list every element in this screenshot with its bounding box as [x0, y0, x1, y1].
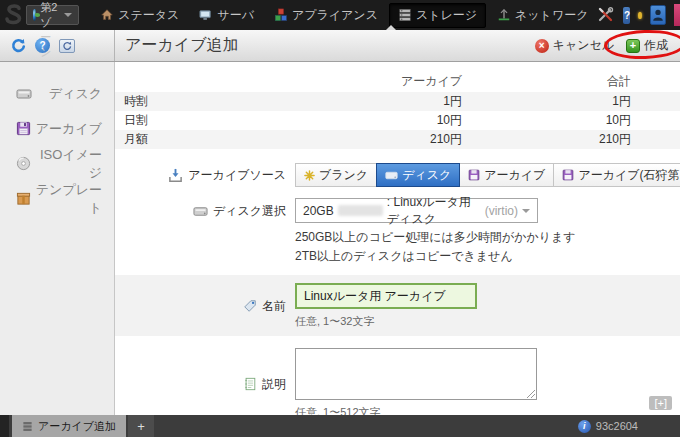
account-avatar-button[interactable] — [650, 5, 666, 25]
import-icon — [168, 168, 183, 183]
source-option-archive-zone1[interactable]: アーカイブ(石狩第1ゾーン) — [553, 163, 680, 187]
nav-label: ストレージ — [416, 7, 477, 24]
form-row-description: 説明 任意, 1〜512文字 — [115, 348, 680, 415]
pricing-col-total: 合計 — [462, 73, 631, 90]
floppy-icon — [16, 121, 31, 136]
source-option-blank[interactable]: ブランク — [295, 163, 377, 187]
name-help: 任意, 1〜32文字 — [295, 314, 477, 329]
create-button[interactable]: + 作成 — [626, 37, 668, 54]
version-text: 93c2604 — [596, 420, 638, 432]
globe-icon — [33, 9, 36, 21]
pricing-row-hourly: 時割 1円 1円 — [115, 92, 680, 111]
sidebar-label: アーカイブ — [31, 120, 102, 138]
tools-icon — [597, 7, 615, 23]
help-glyph: ? — [624, 10, 630, 21]
nav-label: ステータス — [118, 7, 179, 24]
top-nav-bar: 石狩第2ゾーン ステータス サーバ — [0, 0, 680, 30]
active-nav-pointer — [386, 25, 396, 30]
refresh-icon — [10, 38, 26, 54]
expand-button[interactable]: [+] — [649, 396, 672, 410]
form-row-archive-source: アーカイブソース ブランク — [115, 163, 680, 187]
nav-item-network[interactable]: ネットワーク — [488, 3, 597, 28]
pricing-row-daily: 日割 10円 10円 — [115, 111, 680, 130]
nav-item-storage[interactable]: ストレージ — [389, 3, 486, 28]
tab-bar-edge — [0, 415, 9, 437]
tag-icon — [243, 299, 257, 313]
sidebar-item-archive[interactable]: アーカイブ — [0, 111, 114, 146]
nav-item-server[interactable]: サーバ — [190, 3, 263, 28]
storage-stack-icon — [398, 8, 412, 22]
create-label: 作成 — [644, 37, 668, 54]
nav-label: サーバ — [217, 7, 254, 24]
chevron-down-icon — [522, 209, 530, 213]
body-area: ディスク アーカイブ ISOイメージ — [0, 62, 680, 415]
floppy-icon — [562, 169, 574, 181]
sidebar-item-iso-image[interactable]: ISOイメージ — [0, 146, 114, 181]
redacted-disk-id — [338, 205, 383, 216]
disk-select-dropdown[interactable]: 20GB : Linuxルータ用ディスク (virtio) — [295, 198, 538, 223]
cancel-x-icon: × — [535, 39, 549, 53]
sidebar-label: ディスク — [32, 85, 102, 103]
disk-drive-icon — [385, 169, 398, 182]
cancel-button[interactable]: × キャンセル — [535, 37, 614, 54]
main-nav: ステータス サーバ アプライアンス — [91, 3, 597, 28]
top-nav-right: ? アカウント — [597, 4, 680, 26]
tab-archive-add[interactable]: アーカイブ追加 — [12, 415, 126, 437]
form-row-name: 名前 任意, 1〜32文字 — [115, 283, 680, 329]
sidebar-item-template[interactable]: テンプレート — [0, 181, 114, 216]
disk-select-help: 250GB以上のコピー処理には多少時間がかかります 2TB以上のディスクはコピー… — [295, 228, 575, 265]
info-icon: i — [578, 420, 591, 433]
nav-item-status[interactable]: ステータス — [91, 3, 188, 28]
secondary-toolbar: ? アーカイブ追加 × キャンセル + 作成 — [0, 30, 680, 62]
pricing-row-monthly: 月額 210円 210円 — [115, 130, 680, 149]
storage-stack-icon — [22, 421, 33, 432]
chevron-down-icon — [64, 13, 72, 17]
help-button[interactable]: ? — [623, 7, 630, 24]
page-title: アーカイブ追加 — [115, 35, 239, 56]
version-status: i 93c2604 — [578, 415, 638, 437]
note-icon — [243, 377, 257, 391]
source-option-archive[interactable]: アーカイブ — [459, 163, 554, 187]
nav-item-appliance[interactable]: アプライアンス — [265, 3, 387, 28]
cloud-s-logo-icon — [0, 3, 26, 27]
account-button[interactable]: アカウント — [674, 4, 680, 26]
disk-name-text: : Linuxルータ用ディスク — [387, 194, 481, 228]
sidebar-item-disk[interactable]: ディスク — [0, 76, 114, 111]
disk-drive-icon — [193, 204, 208, 219]
pricing-header-row: アーカイブ 合計 — [115, 70, 680, 92]
source-option-disk[interactable]: ディスク — [376, 163, 460, 187]
main-content: アーカイブ 合計 時割 1円 1円 日割 10円 10円 月額 210円 210… — [115, 62, 680, 415]
name-input[interactable] — [295, 283, 477, 309]
network-icon — [497, 8, 511, 22]
circular-arrow-icon — [62, 41, 72, 51]
pricing-table: アーカイブ 合計 時割 1円 1円 日割 10円 10円 月額 210円 210… — [115, 70, 680, 149]
cd-icon — [16, 156, 31, 171]
disk-interface-note: (virtio) — [485, 204, 518, 218]
zone-label: 石狩第2ゾーン — [40, 0, 60, 60]
archive-source-label: アーカイブソース — [115, 167, 295, 184]
refresh-button[interactable] — [10, 38, 26, 54]
disk-select-label: ディスク選択 — [115, 203, 295, 220]
create-plus-icon: + — [626, 39, 640, 53]
description-textarea[interactable] — [295, 348, 537, 400]
bottom-tab-bar: アーカイブ追加 + i 93c2604 — [0, 415, 680, 437]
zone-selector[interactable]: 石狩第2ゾーン — [26, 5, 79, 25]
home-icon — [100, 8, 114, 22]
description-help: 任意, 1〜512文字 — [295, 405, 537, 415]
appliance-blocks-icon — [274, 8, 288, 22]
archive-source-segmented-control: ブランク ディスク — [295, 163, 680, 187]
sakura-cloud-logo[interactable] — [0, 3, 26, 27]
cancel-label: キャンセル — [553, 37, 614, 54]
sidebar-label: テンプレート — [31, 181, 102, 217]
new-tab-button[interactable]: + — [128, 415, 154, 437]
auto-refresh-button[interactable] — [59, 39, 75, 53]
form-row-name-band: 名前 任意, 1〜32文字 — [115, 275, 680, 336]
disk-size-text: 20GB — [303, 204, 334, 218]
tools-button[interactable] — [597, 7, 615, 23]
notification-dot-icon — [638, 12, 642, 19]
pricing-col-archive: アーカイブ — [235, 73, 462, 90]
sidebar: ディスク アーカイブ ISOイメージ — [0, 62, 115, 415]
disk-drive-icon — [16, 86, 32, 102]
floppy-icon — [468, 169, 480, 181]
nav-label: アプライアンス — [292, 7, 378, 24]
